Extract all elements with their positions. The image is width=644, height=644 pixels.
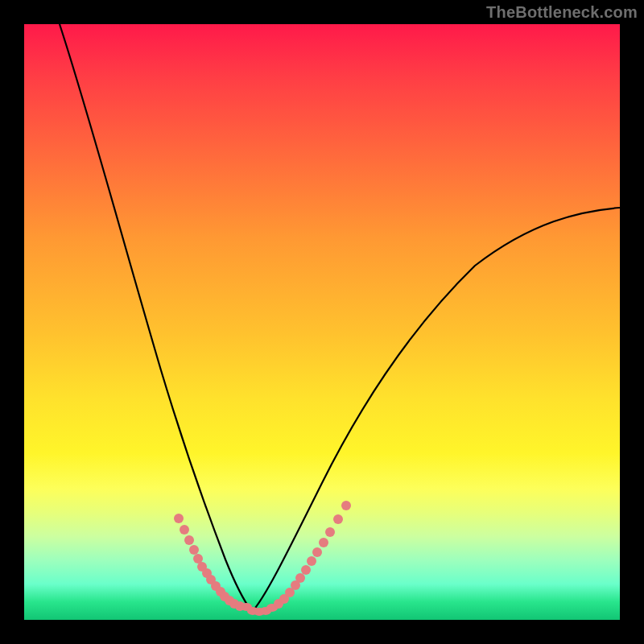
svg-point-23 — [295, 573, 305, 583]
watermark-text: TheBottleneck.com — [486, 3, 638, 22]
plot-area — [24, 24, 620, 620]
svg-point-25 — [307, 556, 316, 566]
svg-point-27 — [319, 538, 328, 547]
right-curve — [252, 208, 620, 612]
svg-point-24 — [301, 565, 311, 575]
svg-point-5 — [174, 514, 184, 523]
svg-point-8 — [189, 545, 199, 555]
svg-point-30 — [341, 501, 351, 510]
scatter-dots — [174, 501, 351, 611]
left-curve — [60, 24, 252, 612]
svg-point-6 — [180, 525, 189, 535]
valley-floor-band — [241, 603, 278, 616]
svg-point-28 — [325, 527, 335, 537]
chart-svg — [24, 24, 620, 620]
svg-point-26 — [312, 547, 322, 557]
svg-point-18 — [235, 601, 245, 611]
chart-frame: TheBottleneck.com — [0, 0, 644, 644]
svg-point-29 — [333, 514, 343, 524]
svg-point-7 — [184, 535, 194, 545]
